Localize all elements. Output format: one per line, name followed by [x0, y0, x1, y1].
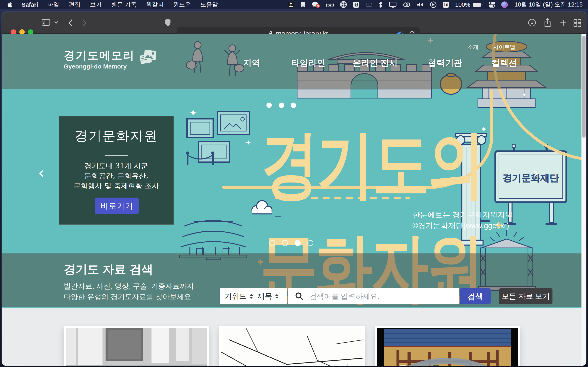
scrollbar-track[interactable] — [581, 34, 586, 366]
slide-info-panel: 경기문화자원 경기도내 31개 시군 문화공간, 문화유산, 문화행사 및 축제… — [59, 116, 174, 225]
search-scope-select[interactable]: 제목 — [254, 291, 283, 301]
search-field-select[interactable]: 키워드 — [224, 291, 254, 301]
web-page: 경기문화재단 — [2, 34, 581, 366]
menu-item-edit[interactable]: 편집 — [69, 1, 81, 9]
glasses-icon[interactable] — [326, 2, 334, 8]
result-card-photo[interactable] — [64, 325, 209, 366]
input-source-icon[interactable]: 한 — [353, 1, 360, 8]
next-slide-button[interactable]: › — [532, 164, 539, 181]
new-tab-button[interactable] — [559, 19, 567, 27]
search-input[interactable] — [288, 288, 459, 304]
search-input-box — [288, 288, 459, 304]
bible-app-icon[interactable] — [287, 1, 294, 8]
hero-headline-line1: 경기도의 — [261, 126, 484, 201]
browser-toolbar: memory.library.kr — [2, 12, 586, 34]
sidebar-chevron-icon[interactable] — [54, 21, 58, 24]
svg-text:경기문화재단: 경기문화재단 — [503, 172, 559, 183]
select-arrows-icon — [250, 294, 253, 299]
hero-caption-line2: ©경기문화재단(www.ggcf.kr) — [412, 220, 513, 231]
carousel-dot-4[interactable] — [307, 240, 313, 246]
nav-online-exhibition[interactable]: 온라인 전시 — [352, 57, 398, 69]
keyboard-brightness-icon[interactable] — [365, 1, 373, 8]
menu-clock[interactable]: 10월 10일 (일) 오전 12:15 — [515, 1, 583, 9]
screen-time-badge[interactable]: 10 — [442, 1, 450, 8]
hero-caption-line1: 한눈에보는 경기문화자원자원 — [412, 209, 513, 220]
prev-slide-button[interactable]: ‹ — [38, 164, 45, 181]
menu-item-bookmarks[interactable]: 책갈피 — [146, 1, 164, 9]
slide-description: 경기도내 31개 시군 문화공간, 문화유산, 문화행사 및 축제현황 조사 — [59, 161, 173, 191]
view-all-button[interactable]: 모든 자료 보기 — [499, 288, 553, 304]
battery-status[interactable]: 100% — [455, 1, 483, 8]
slide-divider — [105, 155, 128, 156]
battery-percent: 100% — [455, 1, 470, 8]
site-logo-title: 경기도메모리 — [64, 49, 135, 61]
menu-item-help[interactable]: 도움말 — [200, 1, 218, 9]
top-link-about[interactable]: 소개 — [467, 43, 479, 51]
carousel-dot-1[interactable] — [269, 240, 275, 246]
nav-timeline[interactable]: 타임라인 — [291, 57, 325, 69]
siri-icon[interactable] — [501, 1, 508, 8]
nav-region[interactable]: 지역 — [243, 57, 260, 69]
site-logo[interactable]: 경기도메모리 Gyeonggi-do Memory — [64, 49, 157, 70]
menu-item-view[interactable]: 보기 — [90, 1, 102, 9]
messages-icon[interactable]: N — [311, 1, 320, 8]
bluetooth-icon[interactable] — [378, 1, 383, 8]
svg-text:N: N — [317, 4, 319, 8]
sidebar-toggle-icon[interactable] — [42, 19, 50, 26]
battery-icon — [472, 2, 483, 7]
search-section-subtitle: 발간자료, 사진, 영상, 구술, 기증자료까지 다양한 유형의 경기도자료를 … — [64, 281, 194, 302]
privacy-shield-icon[interactable] — [164, 18, 172, 27]
forward-button[interactable] — [82, 18, 87, 27]
downloads-button[interactable] — [527, 18, 536, 27]
select-arrows-icon — [275, 294, 279, 299]
result-card-painting[interactable] — [375, 325, 520, 366]
site-logo-subtitle: Gyeonggi-do Memory — [64, 63, 135, 70]
top-link-sitemap[interactable]: 사이트맵 — [493, 43, 515, 51]
menu-item-window[interactable]: 윈도우 — [173, 1, 191, 9]
search-submit-button[interactable]: 검색 — [460, 288, 491, 304]
share-button[interactable] — [544, 18, 552, 27]
slide-go-button[interactable]: 바로가기 — [95, 198, 139, 214]
back-button[interactable] — [67, 18, 73, 27]
nav-collection[interactable]: 컬렉션 — [492, 57, 517, 69]
now-playing-icon[interactable] — [430, 1, 437, 8]
menu-item-history[interactable]: 방문 기록 — [111, 1, 137, 9]
carousel-dot-3-active[interactable] — [295, 240, 301, 246]
menu-app-name[interactable]: Safari — [22, 1, 38, 8]
control-center-icon[interactable] — [488, 1, 496, 8]
bookmark-icon[interactable] — [300, 1, 306, 8]
screen-mirroring-icon[interactable] — [389, 1, 397, 8]
apple-menu-icon[interactable] — [7, 2, 12, 8]
shortcuts-icon[interactable] — [402, 2, 411, 8]
volume-icon[interactable] — [416, 2, 424, 8]
menu-bar: Safari 파일 편집 보기 방문 기록 책갈피 윈도우 도움말 N 한 — [0, 0, 588, 9]
site-header: 경기도메모리 Gyeonggi-do Memory 소개 사이트맵 지역 타임라… — [2, 34, 581, 89]
svg-text:10: 10 — [444, 2, 448, 7]
search-section-title: 경기도 자료 검색 — [64, 262, 153, 277]
hero-section: 경기문화재단 — [2, 34, 581, 308]
safari-window: memory.library.kr — [2, 12, 586, 366]
tab-overview-button[interactable] — [573, 19, 581, 27]
airdrop-icon[interactable] — [340, 1, 347, 8]
menu-item-file[interactable]: 파일 — [48, 1, 60, 9]
result-card-map[interactable] — [219, 325, 365, 366]
svg-text:한: 한 — [354, 2, 359, 7]
search-select-group: 키워드 제목 — [220, 288, 287, 304]
scrollbar-thumb[interactable] — [582, 36, 586, 138]
hero-caption: 한눈에보는 경기문화자원자원 ©경기문화재단(www.ggcf.kr) — [412, 209, 513, 231]
photo-stack-icon — [139, 49, 157, 66]
nav-partners[interactable]: 협력기관 — [428, 57, 462, 69]
carousel-dot-2[interactable] — [282, 240, 288, 246]
slide-title: 경기문화자원 — [59, 127, 173, 145]
